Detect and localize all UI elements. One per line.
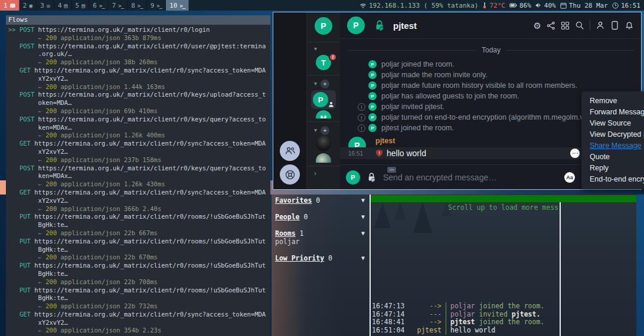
flow-line[interactable]: PUT https://termina.org.uk/_matrix/clien… <box>8 213 270 221</box>
event-avatar[interactable]: P <box>368 92 377 100</box>
workspace-button[interactable]: 5 <box>72 0 90 11</box>
chevron-down-icon[interactable] <box>314 80 317 88</box>
format-button[interactable]: Aa <box>564 172 575 183</box>
flow-line[interactable]: PUT https://termina.org.uk/_matrix/clien… <box>8 262 270 270</box>
context-menu-item[interactable]: View Source <box>581 118 644 129</box>
flow-line[interactable]: ← 200 application/json 237b 158ms <box>8 156 270 164</box>
chat-area[interactable]: Scroll up to load more mess 16:47:13-->p… <box>371 195 636 336</box>
search-icon[interactable] <box>575 21 584 30</box>
flow-line[interactable]: xY2xvY2… <box>8 197 270 205</box>
workspace-button[interactable]: 6 <box>89 0 108 11</box>
room-avatar[interactable]: P <box>347 17 365 34</box>
context-menu-item[interactable]: View Decrypted Source <box>581 129 644 140</box>
selected-room[interactable]: P <box>311 90 336 109</box>
notifications-bell-icon[interactable] <box>625 21 634 30</box>
add-room-button[interactable] <box>321 126 329 135</box>
workspace-button[interactable]: 8 <box>128 0 146 11</box>
share-icon[interactable] <box>547 21 555 30</box>
context-menu-item[interactable]: End-to-end encryption information <box>581 174 644 185</box>
flow-line[interactable]: BgHk:te… <box>8 221 270 229</box>
workspace-button[interactable]: 3 <box>37 0 54 11</box>
members-icon[interactable] <box>596 21 605 30</box>
section-low-priority[interactable]: Low Priority 0 <box>275 254 366 262</box>
flow-line[interactable]: xY2xvY2… <box>8 75 270 83</box>
context-menu-item[interactable]: Share Message <box>581 140 644 151</box>
context-menu-item[interactable]: Quote <box>581 151 644 163</box>
event-avatar[interactable]: P <box>368 60 377 68</box>
settings-icon[interactable]: ⚙ <box>534 21 541 30</box>
section-people[interactable]: People 0 <box>275 213 366 221</box>
flow-list[interactable]: >> POST https://termina.org.uk/_matrix/c… <box>6 25 270 335</box>
flow-line[interactable]: ← 200 application/json 22b 670ms <box>8 253 270 262</box>
flow-line[interactable]: ← 200 application/json 363b 879ms <box>8 34 270 42</box>
workspace-button[interactable]: 10 <box>166 0 189 11</box>
flow-line[interactable]: .org.uk/… <box>8 50 270 58</box>
flow-line[interactable]: GET https://termina.org.uk/_matrix/clien… <box>8 67 270 75</box>
flow-line[interactable]: ← 200 application/json 22b 732ms <box>8 302 270 311</box>
flow-line[interactable]: GET https://termina.org.uk/_matrix/clien… <box>8 189 270 197</box>
flow-line[interactable]: ← 200 application/json 38b 260ms <box>8 58 270 67</box>
flow-line[interactable]: PUT https://termina.org.uk/_matrix/clien… <box>8 238 270 246</box>
flow-line[interactable]: ← 200 application/json 69b 410ms <box>8 107 270 116</box>
flow-line[interactable]: ← 200 application/json 1.26k 430ms <box>8 180 270 189</box>
workspace-button[interactable]: 9 <box>147 0 166 11</box>
workspace-button[interactable]: 7 <box>109 0 128 11</box>
section-rooms[interactable]: Rooms 1 <box>275 229 366 238</box>
flow-line[interactable]: POST https://termina.org.uk/_matrix/clie… <box>8 42 270 51</box>
workspace-button[interactable]: 1 <box>0 0 19 11</box>
event-avatar[interactable]: P <box>368 113 377 121</box>
workspace-button[interactable]: 2 <box>19 0 37 11</box>
room-avatar-image[interactable] <box>316 136 331 151</box>
groups-button[interactable] <box>280 141 300 161</box>
add-room-button[interactable] <box>321 80 329 88</box>
message-options-button[interactable] <box>570 149 580 158</box>
event-avatar[interactable]: P <box>368 124 377 132</box>
chevron-down-icon[interactable] <box>314 45 317 53</box>
expand-panel-icon[interactable] <box>314 169 316 177</box>
context-menu-item[interactable]: Remove <box>581 95 644 107</box>
flow-line[interactable]: BgHk:te… <box>8 270 270 278</box>
flow-line[interactable]: ← 200 application/json 354b 2.23s <box>8 327 270 335</box>
flow-line[interactable]: ← 200 application/json 22b 708ms <box>8 278 270 286</box>
collapse-arrow-icon[interactable] <box>361 196 365 205</box>
event-avatar[interactable]: P <box>368 81 377 90</box>
mitmproxy-window[interactable]: Flows >> POST https://termina.org.uk/_ma… <box>6 15 270 336</box>
flow-line[interactable]: BgHk:te… <box>8 246 270 254</box>
collapse-arrow-icon[interactable] <box>361 229 365 238</box>
event-avatar[interactable]: P <box>368 71 377 79</box>
flow-line[interactable]: BgHk:te… <box>8 294 270 302</box>
workspace-button[interactable]: 4 <box>54 0 72 11</box>
flow-line[interactable]: POST https://termina.org.uk/_matrix/clie… <box>8 164 270 173</box>
markdown-badge[interactable]: M▾ <box>387 167 396 173</box>
flow-line[interactable]: ← 200 application/json 22b 667ms <box>8 229 270 238</box>
flow-line[interactable]: ← 200 application/json 1.26k 400ms <box>8 131 270 140</box>
context-menu-item[interactable]: Reply <box>581 163 644 174</box>
context-menu-item[interactable]: Forward Message <box>581 107 644 118</box>
buffer-item-room[interactable]: poljar <box>275 238 366 246</box>
flow-line[interactable]: POST https://termina.org.uk/_matrix/clie… <box>8 91 270 99</box>
apps-grid-icon[interactable] <box>561 21 570 30</box>
event-avatar[interactable]: P <box>368 103 377 111</box>
flow-line[interactable]: ← 200 application/json 366b 2.40s <box>8 205 270 213</box>
flow-line[interactable]: oken=MDA… <box>8 99 270 107</box>
room-avatar-clipped[interactable] <box>316 153 331 163</box>
collapse-arrow-icon[interactable] <box>361 254 365 262</box>
chevron-down-icon[interactable] <box>314 127 317 134</box>
composer-placeholder[interactable]: Send an encrypted message… <box>383 173 496 182</box>
weechat-window[interactable]: Favorites 0 People 0 Rooms 1 poljar Low … <box>272 195 636 336</box>
invite-room[interactable]: T ! <box>316 55 331 70</box>
flow-line[interactable]: ← 200 application/json 1.44k 163ms <box>8 83 270 91</box>
help-button[interactable] <box>280 164 300 185</box>
nicklist-panel[interactable] <box>560 202 636 336</box>
flow-line[interactable]: GET https://termina.org.uk/_matrix/clien… <box>8 140 270 148</box>
room-avatar-clipped[interactable]: M <box>316 110 331 118</box>
flow-line[interactable]: POST https://termina.org.uk/_matrix/clie… <box>8 116 270 124</box>
flow-line[interactable]: ken=MDAx… <box>8 124 270 132</box>
flow-line[interactable]: xY2xvY2… <box>8 319 270 327</box>
user-avatar[interactable]: P <box>315 17 332 35</box>
flow-line[interactable]: >> POST https://termina.org.uk/_matrix/c… <box>8 26 270 34</box>
collapse-arrow-icon[interactable] <box>361 213 365 221</box>
flow-line[interactable]: xY2xvY2… <box>8 148 270 156</box>
flow-line[interactable]: GET https://termina.org.uk/_matrix/clien… <box>8 311 270 319</box>
files-icon[interactable] <box>610 21 619 30</box>
